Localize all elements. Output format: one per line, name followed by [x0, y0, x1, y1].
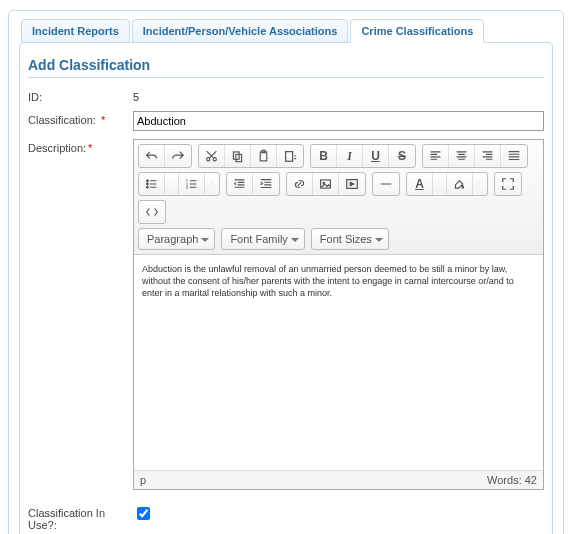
link-button[interactable]: [287, 173, 313, 195]
tab-associations[interactable]: Incident/Person/Vehicle Associations: [132, 19, 349, 43]
panel-crime-classifications: Add Classification ID: 5 Classification:…: [19, 42, 553, 534]
text-color-button[interactable]: A: [407, 173, 433, 195]
svg-point-1: [213, 158, 216, 161]
bullet-list-menu-button[interactable]: [165, 173, 179, 195]
bold-button[interactable]: B: [311, 145, 337, 167]
indent-icon: [259, 177, 273, 191]
paste-icon: [257, 149, 270, 163]
code-icon: [145, 205, 159, 219]
copy-button[interactable]: [225, 145, 251, 167]
label-in-use: Classification In Use?:: [28, 504, 133, 531]
italic-icon: I: [347, 149, 352, 164]
number-list-button[interactable]: 123: [179, 173, 205, 195]
code-button[interactable]: [139, 201, 165, 223]
align-left-icon: [429, 149, 442, 163]
chevron-down-icon: [439, 177, 440, 191]
redo-icon: [171, 149, 185, 163]
font-family-select[interactable]: Font Family: [221, 228, 304, 250]
status-path: p: [140, 474, 146, 486]
underline-button[interactable]: U: [363, 145, 389, 167]
align-right-icon: [481, 149, 494, 163]
tab-label: Incident Reports: [32, 25, 119, 37]
bold-icon: B: [319, 149, 328, 163]
svg-rect-6: [286, 152, 293, 162]
svg-point-9: [147, 186, 149, 188]
fullscreen-button[interactable]: [495, 173, 521, 195]
media-button[interactable]: [339, 173, 365, 195]
label-classification: Classification: *: [28, 111, 133, 126]
classification-input[interactable]: [133, 111, 544, 131]
paste-text-icon: [283, 149, 297, 163]
chevron-down-icon: [479, 177, 481, 191]
number-list-menu-button[interactable]: [205, 173, 219, 195]
outdent-button[interactable]: [227, 173, 253, 195]
align-justify-icon: [507, 149, 521, 163]
image-icon: [319, 177, 332, 191]
strike-icon: S: [398, 149, 406, 163]
bullet-list-icon: [145, 177, 158, 191]
bullet-list-button[interactable]: [139, 173, 165, 195]
rich-text-editor: B I U S: [133, 139, 544, 490]
paste-button[interactable]: [251, 145, 277, 167]
label-description: Description:*: [28, 139, 133, 154]
align-center-button[interactable]: [449, 145, 475, 167]
editor-toolbar: B I U S: [134, 140, 543, 255]
cut-icon: [205, 149, 218, 163]
hr-button[interactable]: [373, 173, 399, 195]
redo-button[interactable]: [165, 145, 191, 167]
tab-crime-classifications[interactable]: Crime Classifications: [350, 19, 484, 43]
strikethrough-button[interactable]: S: [389, 145, 415, 167]
chevron-down-icon: [171, 177, 172, 191]
media-icon: [345, 177, 359, 191]
editor-content[interactable]: Abduction is the unlawful removal of an …: [134, 255, 543, 470]
chevron-down-icon: [211, 177, 213, 191]
undo-button[interactable]: [139, 145, 165, 167]
svg-text:3: 3: [186, 185, 189, 190]
tab-label: Incident/Person/Vehicle Associations: [143, 25, 338, 37]
format-select[interactable]: Paragraph: [138, 228, 215, 250]
in-use-checkbox[interactable]: [137, 507, 150, 520]
tab-label: Crime Classifications: [361, 25, 473, 37]
image-button[interactable]: [313, 173, 339, 195]
underline-icon: U: [371, 149, 380, 163]
cut-button[interactable]: [199, 145, 225, 167]
align-left-button[interactable]: [423, 145, 449, 167]
bg-color-icon: [453, 177, 466, 191]
svg-point-8: [147, 183, 149, 185]
fullscreen-icon: [501, 177, 515, 191]
link-icon: [293, 177, 306, 191]
undo-icon: [145, 149, 158, 163]
panel-title: Add Classification: [28, 57, 544, 78]
align-justify-button[interactable]: [501, 145, 527, 167]
number-list-icon: 123: [185, 177, 198, 191]
label-id: ID:: [28, 88, 133, 103]
status-words: Words: 42: [487, 474, 537, 486]
copy-icon: [231, 149, 244, 163]
font-size-select[interactable]: Font Sizes: [311, 228, 389, 250]
text-color-menu-button[interactable]: [433, 173, 447, 195]
paste-text-button[interactable]: [277, 145, 303, 167]
indent-button[interactable]: [253, 173, 279, 195]
outdent-icon: [233, 177, 246, 191]
tab-strip: Incident Reports Incident/Person/Vehicle…: [21, 19, 553, 43]
tab-incident-reports[interactable]: Incident Reports: [21, 19, 130, 43]
bg-color-button[interactable]: [447, 173, 473, 195]
align-center-icon: [455, 149, 468, 163]
svg-point-0: [207, 158, 210, 161]
text-color-icon: A: [415, 177, 424, 191]
svg-point-7: [147, 180, 149, 182]
italic-button[interactable]: I: [337, 145, 363, 167]
bg-color-menu-button[interactable]: [473, 173, 487, 195]
value-id: 5: [133, 88, 544, 103]
hr-icon: [379, 177, 393, 191]
align-right-button[interactable]: [475, 145, 501, 167]
